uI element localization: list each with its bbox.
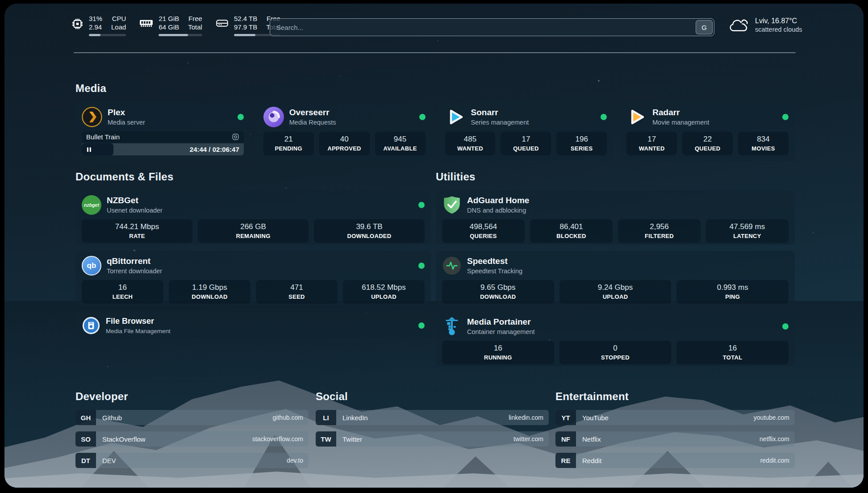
adguard-icon	[442, 195, 462, 215]
app-subtitle: Container management	[467, 328, 535, 336]
stat-label: REMAINING	[200, 232, 307, 240]
twitter-badge-icon: TW	[316, 431, 336, 447]
section-title-utilities: Utilities	[436, 171, 475, 183]
link-github[interactable]: GH Github github.com	[75, 410, 309, 425]
search-engine-button[interactable]: G	[696, 20, 713, 34]
stat-value: 21	[265, 134, 312, 144]
cpu-icon	[71, 18, 83, 30]
stat-running: 16 RUNNING	[442, 341, 554, 364]
app-subtitle: DNS and adblocking	[467, 206, 529, 215]
stat-value: 2,956	[620, 222, 699, 232]
overseerr-card[interactable]: Overseerr Media Requests 21 PENDING 40 A…	[257, 102, 432, 161]
qbittorrent-card[interactable]: qb qBittorrent Torrent downloader 16 LEE…	[75, 251, 431, 305]
plex-card[interactable]: Plex Media server Bullet Train 24:44	[75, 102, 250, 161]
stat-label: SERIES	[558, 145, 605, 152]
plex-icon	[82, 107, 102, 127]
link-name: Netflix	[582, 435, 601, 443]
cpu-usage-label: CPU	[111, 14, 126, 23]
stat-label: PING	[678, 293, 787, 301]
link-dev[interactable]: DT DEV dev.to	[75, 453, 309, 468]
app-title: Overseerr	[289, 107, 336, 118]
section-title-documents: Documents & Files	[75, 171, 173, 183]
radarr-icon	[626, 107, 647, 127]
speedtest-card[interactable]: Speedtest Speedtest Tracking 9.65 Gbps D…	[436, 251, 795, 305]
pause-icon[interactable]	[87, 147, 92, 152]
stat-series: 196 SERIES	[556, 132, 607, 155]
link-reddit[interactable]: RE Reddit reddit.com	[555, 453, 795, 468]
stat-value: 196	[558, 134, 605, 144]
sonarr-card[interactable]: Sonarr Series management 485 WANTED 17 Q…	[439, 102, 613, 161]
speedtest-icon	[442, 256, 462, 276]
app-title: Radarr	[652, 107, 709, 118]
memory-total-value: 64 GiB	[159, 23, 179, 31]
status-dot	[238, 114, 244, 120]
status-dot	[782, 323, 789, 330]
stat-stopped: 0 STOPPED	[559, 341, 672, 364]
app-title: Sonarr	[471, 107, 529, 118]
cpu-load-label: Load	[111, 23, 126, 31]
portainer-icon	[442, 317, 462, 336]
stat-wanted: 17 WANTED	[626, 132, 677, 155]
stat-label: LATENCY	[708, 232, 787, 240]
link-name: Reddit	[582, 457, 601, 464]
stat-label: DOWNLOADED	[316, 232, 423, 240]
link-stackoverflow[interactable]: SO StackOverflow stackoverflow.com	[75, 431, 309, 447]
status-dot	[782, 114, 789, 120]
now-playing-title: Bullet Train	[86, 133, 120, 141]
app-title: Speedtest	[467, 256, 522, 267]
nzbget-card[interactable]: nzbget NZBGet Usenet downloader 744.21 M…	[75, 190, 431, 245]
app-subtitle: Torrent downloader	[107, 267, 162, 276]
link-name: Twitter	[342, 435, 362, 443]
stat-label: QUERIES	[444, 232, 523, 240]
stat-value: 834	[740, 134, 787, 144]
filebrowser-card[interactable]: File Browser Media File Management	[75, 312, 431, 338]
sonarr-icon	[445, 107, 466, 127]
stat-label: SEED	[258, 293, 336, 301]
stat-queries: 498,564 QUERIES	[442, 219, 525, 243]
stat-label: WANTED	[628, 145, 675, 152]
link-name: YouTube	[582, 414, 609, 422]
app-title: qBittorrent	[107, 256, 162, 267]
stat-value: 9.24 Gbps	[561, 283, 670, 292]
portainer-card[interactable]: Media Portainer Container management 16 …	[436, 312, 795, 366]
stat-label: UPLOAD	[561, 293, 670, 301]
memory-free-value: 21 GiB	[159, 14, 179, 23]
stat-latency: 47.569 ms LATENCY	[706, 219, 789, 243]
status-dot	[601, 114, 607, 120]
cpu-metric: 31% CPU 2.94 Load	[71, 14, 126, 36]
stat-seed: 471 SEED	[256, 280, 338, 304]
stat-rate: 744.21 Mbps RATE	[82, 219, 192, 243]
stat-value: 498,564	[444, 222, 523, 232]
section-title-developer: Developer	[75, 390, 128, 403]
stat-movies: 834 MOVIES	[738, 132, 789, 155]
stat-upload: 618.52 Mbps UPLOAD	[343, 280, 425, 304]
stat-value: 744.21 Mbps	[83, 222, 191, 232]
stat-label: AVAILABLE	[377, 145, 424, 152]
stat-value: 86,401	[532, 222, 611, 232]
link-twitter[interactable]: TW Twitter twitter.com	[316, 431, 549, 447]
now-playing-row: Bullet Train	[82, 131, 244, 142]
link-url: linkedin.com	[509, 414, 549, 421]
app-subtitle: Media server	[108, 118, 145, 127]
link-url: github.com	[273, 414, 309, 421]
link-url: youtube.com	[754, 414, 795, 421]
app-title: Plex	[108, 107, 145, 118]
link-url: netflix.com	[760, 435, 795, 443]
stat-value: 266 GB	[200, 222, 307, 232]
stat-value: 471	[258, 283, 336, 292]
media-card-row: Plex Media server Bullet Train 24:44	[75, 102, 795, 161]
netflix-badge-icon: NF	[555, 431, 576, 447]
memory-free-label: Free	[188, 14, 202, 23]
link-youtube[interactable]: YT YouTube youtube.com	[555, 410, 795, 425]
stat-queued: 22 QUEUED	[682, 132, 733, 155]
app-subtitle: Speedtest Tracking	[467, 267, 522, 276]
link-linkedin[interactable]: LI LinkedIn linkedin.com	[316, 410, 549, 425]
link-netflix[interactable]: NF Netflix netflix.com	[555, 431, 795, 447]
radarr-card[interactable]: Radarr Movie management 17 WANTED 22 QUE…	[620, 102, 795, 161]
stat-ping: 0.993 ms PING	[676, 280, 789, 304]
header-divider	[74, 52, 796, 53]
app-subtitle: Media File Management	[106, 327, 171, 335]
stat-value: 16	[678, 343, 787, 353]
search-input[interactable]	[270, 18, 714, 36]
adguard-card[interactable]: AdGuard Home DNS and adblocking 498,564 …	[436, 190, 795, 245]
